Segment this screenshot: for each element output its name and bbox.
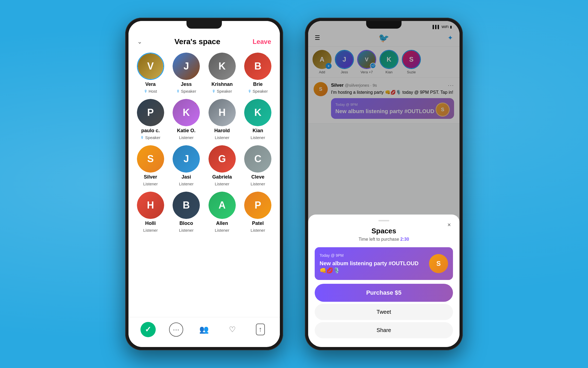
spaces-toolbar: ✓ ··· 👥 ♡ ↑ [128, 317, 280, 347]
katie-avatar: K 💯 [173, 99, 200, 126]
participant-paulo[interactable]: P paulo c. 🎙 Speaker [134, 99, 167, 140]
gabriela-avatar: G [209, 145, 236, 173]
message-button[interactable]: ··· [169, 322, 184, 337]
modal-space-time: Today @ 9PM [320, 253, 426, 258]
participants-container: V Vera 🎙 Host J Jess 🎙 Speaker K [128, 50, 280, 347]
jasi-avatar: J [173, 145, 200, 173]
people-icon: 👥 [199, 325, 209, 334]
modal-timer: 2:30 [400, 237, 409, 242]
participant-patel[interactable]: P Patel Listener [241, 192, 275, 233]
participant-bloco[interactable]: B Bloco Listener [170, 192, 203, 233]
vera-avatar: V [137, 53, 164, 80]
people-button[interactable]: 👥 [197, 322, 212, 337]
modal-overlay: × Spaces Time left to purchase 2:30 Toda… [308, 21, 460, 347]
share-button[interactable]: Share [315, 322, 453, 338]
modal-space-title: New album listening party #OUTLOUD 👊💋🎙️ [320, 260, 426, 274]
holli-hundred-badge: 💯 [159, 192, 164, 197]
participant-holli[interactable]: H 💯 Holli Listener [134, 192, 167, 233]
right-phone-screen: ▌▌▌ WiFi ▮ ☰ 🐦 ✦ A + Add J [308, 21, 460, 347]
share-icon: ↑ [256, 324, 265, 335]
participant-vera[interactable]: V Vera 🎙 Host [134, 53, 167, 93]
left-phone: ⌄ Vera's space Leave V Vera 🎙 Host J [125, 18, 283, 350]
harold-avatar: H [209, 99, 236, 126]
spaces-title: Vera's space [174, 37, 220, 46]
allen-avatar: A [209, 192, 236, 219]
participants-grid: V Vera 🎙 Host J Jess 🎙 Speaker K [134, 53, 274, 233]
modal-space-card[interactable]: Today @ 9PM New album listening party #O… [315, 247, 453, 280]
participant-cleve[interactable]: C Cleve Listener [241, 145, 275, 186]
participant-allen[interactable]: A Allen Listener [206, 192, 239, 233]
modal-space-avatar: S [429, 254, 448, 273]
left-phone-screen: ⌄ Vera's space Leave V Vera 🎙 Host J [128, 21, 280, 347]
right-phone: ▌▌▌ WiFi ▮ ☰ 🐦 ✦ A + Add J [305, 18, 463, 350]
purchase-button[interactable]: Purchase $5 [315, 284, 453, 302]
participant-gabriela[interactable]: G Gabriela Listener [206, 145, 239, 186]
tweet-button[interactable]: Tweet [315, 304, 453, 320]
leave-button[interactable]: Leave [253, 38, 271, 46]
cleve-avatar: C [244, 145, 271, 173]
silver-avatar: S [137, 145, 164, 173]
krishnan-avatar: K [209, 53, 236, 80]
chevron-icon[interactable]: ⌄ [137, 38, 142, 45]
modal-close-button[interactable]: × [444, 220, 454, 230]
participant-silver[interactable]: S Silver Listener [134, 145, 167, 186]
participant-jess[interactable]: J Jess 🎙 Speaker [170, 53, 203, 93]
modal-space-card-text: Today @ 9PM New album listening party #O… [320, 253, 426, 274]
participant-krishnan[interactable]: K Krishnan 🎙 Speaker [206, 53, 239, 93]
hundred-badge: 💯 [195, 99, 200, 104]
modal-title: Spaces [315, 227, 453, 235]
check-button[interactable]: ✓ [140, 322, 156, 337]
participant-katie[interactable]: K 💯 Katie O. Listener [170, 99, 203, 140]
bloco-avatar: B [173, 192, 200, 219]
participant-brie[interactable]: B 👋 Brie 🎙 Speaker [241, 53, 275, 93]
check-icon: ✓ [145, 325, 151, 334]
kian-avatar: K [244, 99, 271, 126]
share-button[interactable]: ↑ [253, 322, 268, 337]
heart-icon: ♡ [229, 325, 236, 334]
wave-badge: 👋 [266, 53, 271, 58]
holli-avatar: H 💯 [137, 192, 164, 219]
participant-jasi[interactable]: J Jasi Listener [170, 145, 203, 186]
message-icon: ··· [169, 322, 183, 337]
participant-harold[interactable]: H Harold Listener [206, 99, 239, 140]
paulo-avatar: P [137, 99, 164, 126]
heart-button[interactable]: ♡ [225, 322, 240, 337]
patel-avatar: P [244, 192, 271, 219]
modal-handle[interactable] [378, 220, 389, 221]
brie-avatar: B 👋 [244, 53, 271, 80]
participant-kian[interactable]: K Kian Listener [241, 99, 275, 140]
phone-notch [186, 21, 222, 29]
modal-sheet: × Spaces Time left to purchase 2:30 Toda… [308, 215, 460, 347]
jess-avatar: J [173, 53, 200, 80]
modal-subtitle: Time left to purchase 2:30 [315, 237, 453, 242]
